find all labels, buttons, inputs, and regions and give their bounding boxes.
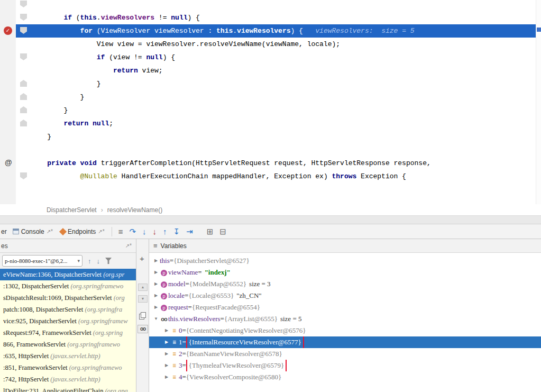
editor-scrollbar[interactable] xyxy=(536,0,541,204)
stack-frame-row[interactable]: lDoFilter:231, ApplicationFilterChain (o… xyxy=(0,385,136,392)
code-line-3[interactable]: View view = viewResolver.resolveViewName… xyxy=(16,38,536,51)
variables-header-label: Variables xyxy=(161,242,187,250)
variable-row[interactable]: ▼oothis.viewResolvers = {ArrayList@6555}… xyxy=(149,313,541,325)
chevron-collapsed-icon[interactable]: ▶ xyxy=(163,325,170,336)
variable-row[interactable]: ▶pviewName = "indexj" xyxy=(149,267,541,278)
step-into-icon[interactable]: ↓ xyxy=(142,227,146,235)
thread-dropdown[interactable]: p-nio-8080-exec-1"@6,2... ▾ xyxy=(2,255,82,267)
bookmark-mnemonic-icon[interactable]: @ xyxy=(5,158,12,167)
breadcrumb: DispatcherServlet›resolveViewName() xyxy=(0,204,541,216)
chevron-down-icon: ▾ xyxy=(77,258,80,263)
add-watch-icon[interactable]: + xyxy=(140,254,144,263)
code-area[interactable]: if (this.viewResolvers != null) {for (Vi… xyxy=(16,0,536,204)
mute-breakpoints-icon[interactable]: ⊟ xyxy=(219,227,226,235)
code-line-10[interactable]: } xyxy=(16,130,536,143)
chevron-collapsed-icon[interactable]: ▶ xyxy=(152,290,160,302)
tab-console[interactable]: Console ↗* xyxy=(9,224,57,239)
chevron-collapsed-icon[interactable]: ▶ xyxy=(163,348,170,360)
variable-row[interactable]: ▶pmodel = {ModelMap@6552}size = 3 xyxy=(149,278,541,290)
variable-value-annotated: {ThymeleafViewResolver@6579} xyxy=(186,360,287,371)
variables-panel-header: ≡ Variables xyxy=(149,239,541,253)
variable-row[interactable]: ▶prequest = {RequestFacade@6554} xyxy=(149,302,541,313)
tab-jump-arrow-icon[interactable]: ↗* xyxy=(47,229,53,234)
stack-frame-row[interactable]: sDispatchResult:1069, DispatcherServlet … xyxy=(0,292,136,304)
stack-frame-row[interactable]: sRequest:974, FrameworkServlet (org.spri… xyxy=(0,327,136,339)
variable-value: {RequestFacade@6554} xyxy=(192,302,260,313)
stack-frame-row[interactable]: :851, FrameworkServlet (org.springframew… xyxy=(0,362,136,373)
variable-name: viewName xyxy=(168,267,198,278)
breakpoint-controls: ⊞⊟ xyxy=(204,227,230,235)
code-line-5[interactable]: return view; xyxy=(16,64,536,77)
variable-row[interactable]: ▶≡2 = {BeanNameViewResolver@6578} xyxy=(149,348,541,360)
variable-row[interactable]: ▶≡1 = {InternalResourceViewResolver@6577… xyxy=(149,336,541,348)
chevron-collapsed-icon[interactable]: ▶ xyxy=(152,267,160,278)
breadcrumb-method[interactable]: resolveViewName() xyxy=(107,206,162,214)
variable-row[interactable]: ▶plocale = {Locale@6553}"zh_CN" xyxy=(149,290,541,302)
stack-frame-row[interactable]: patch:1008, DispatcherServlet (org.sprin… xyxy=(0,304,136,315)
chevron-expanded-icon[interactable]: ▼ xyxy=(152,313,160,325)
code-line-2[interactable]: for (ViewResolver viewResolver : this.vi… xyxy=(16,24,536,38)
stack-frame-row[interactable]: vice:925, DispatcherServlet (org.springf… xyxy=(0,315,136,327)
variable-row[interactable]: ▶≡3 = {ThymeleafViewResolver@6579} xyxy=(149,360,541,371)
inline-watches-icon[interactable]: oo xyxy=(137,325,148,333)
code-line-7[interactable]: } xyxy=(16,90,536,104)
scroll-up-icon[interactable]: ▲ xyxy=(138,284,148,291)
stack-frame-row[interactable]: 866, FrameworkServlet (org.springframewo xyxy=(0,339,136,350)
code-line-1[interactable]: if (this.viewResolvers != null) { xyxy=(16,11,536,24)
frames-panel: es ↗* p-nio-8080-exec-1"@6,2... ▾ ↑ ↓ eV… xyxy=(0,239,136,392)
run-to-cursor-icon[interactable]: ⇥ xyxy=(186,227,193,235)
stack-frame-row[interactable]: :742, HttpServlet (javax.servlet.http) xyxy=(0,373,136,385)
variable-row[interactable]: ▶≡4 = {ViewResolverComposite@6580} xyxy=(149,371,541,383)
code-line-11[interactable] xyxy=(16,143,536,157)
variable-row[interactable]: ▶this = {DispatcherServlet@6527} xyxy=(149,255,541,267)
frames-panel-header: es ↗* xyxy=(0,239,136,253)
force-step-into-icon[interactable]: ↓ xyxy=(152,227,157,235)
breakpoint-verified-icon[interactable]: ✓ xyxy=(4,26,12,35)
code-line-4[interactable]: if (view != null) { xyxy=(16,51,536,64)
breadcrumb-class[interactable]: DispatcherServlet xyxy=(47,206,97,214)
chevron-collapsed-icon[interactable]: ▶ xyxy=(163,336,170,348)
array-element-icon: ≡ xyxy=(170,325,179,336)
code-line-9[interactable]: return null; xyxy=(16,117,536,130)
toolbar-separator xyxy=(112,227,112,236)
thread-toolbar: p-nio-8080-exec-1"@6,2... ▾ ↑ ↓ xyxy=(0,253,136,269)
variable-name: this.viewResolvers xyxy=(168,313,221,325)
code-line-6[interactable]: } xyxy=(16,77,536,90)
variable-value-annotated: {InternalResourceViewResolver@6577} xyxy=(186,336,304,348)
parameter-icon: p xyxy=(160,278,168,290)
stack-frame-row[interactable]: :635, HttpServlet (javax.servlet.http) xyxy=(0,350,136,362)
previous-frame-icon[interactable]: ↑ xyxy=(88,257,91,265)
tab-console-label: Console xyxy=(21,228,44,235)
gutter-bookmark-icon[interactable] xyxy=(20,1,27,7)
code-line-12[interactable]: private void triggerAfterCompletion(Http… xyxy=(16,157,536,170)
drop-frame-icon[interactable]: ↧ xyxy=(173,227,180,235)
filter-icon[interactable] xyxy=(105,258,112,264)
chevron-collapsed-icon[interactable]: ▶ xyxy=(152,278,160,290)
step-out-icon[interactable]: ↑ xyxy=(163,227,167,235)
code-scroll-area[interactable]: if (this.viewResolvers != null) {for (Vi… xyxy=(16,0,536,204)
stack-frame-row[interactable]: :1302, DispatcherServlet (org.springfram… xyxy=(0,280,136,292)
next-frame-icon[interactable]: ↓ xyxy=(97,257,100,265)
chevron-collapsed-icon[interactable]: ▶ xyxy=(163,371,170,383)
variables-tree: ▶this = {DispatcherServlet@6527}▶pviewNa… xyxy=(149,253,541,392)
stack-frame-row[interactable]: eViewName:1366, DispatcherServlet (org.s… xyxy=(0,269,136,280)
chevron-collapsed-icon[interactable]: ▶ xyxy=(152,302,160,313)
pin-icon[interactable]: ↗* xyxy=(125,243,132,249)
variable-value: {DispatcherServlet@6527} xyxy=(173,255,250,267)
tab-jump-arrow-icon[interactable]: ↗* xyxy=(98,229,104,234)
copy-stack-icon[interactable] xyxy=(139,312,146,319)
menu-icon[interactable]: ≡ xyxy=(153,242,158,250)
chevron-collapsed-icon[interactable]: ▶ xyxy=(152,255,160,267)
code-editor[interactable]: ✓@ if (this.viewResolvers != null) {for … xyxy=(0,0,541,204)
code-line-8[interactable]: } xyxy=(16,104,536,117)
code-line-13[interactable]: @Nullable HandlerExecutionChain mappedHa… xyxy=(16,170,536,183)
variable-row[interactable]: ▶≡0 = {ContentNegotiatingViewResolver@65… xyxy=(149,325,541,336)
tab-endpoints[interactable]: Endpoints ↗* xyxy=(57,224,108,239)
chevron-collapsed-icon[interactable]: ▶ xyxy=(163,360,170,371)
tab-debugger-partial[interactable]: er xyxy=(0,224,9,239)
menu-icon[interactable]: ≡ xyxy=(118,227,123,235)
scroll-down-icon[interactable]: ▼ xyxy=(138,295,148,303)
step-over-icon[interactable]: ↷ xyxy=(129,227,136,235)
view-breakpoints-icon[interactable]: ⊞ xyxy=(207,227,214,235)
array-element-icon: ≡ xyxy=(170,336,179,348)
